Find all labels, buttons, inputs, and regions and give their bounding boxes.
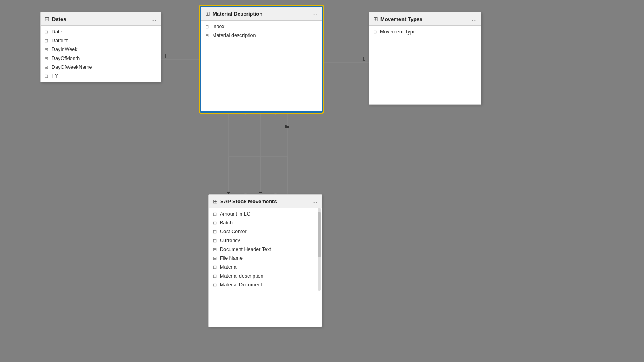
field-name: Document Header Text — [220, 247, 271, 252]
field-icon: ⊟ — [213, 229, 217, 234]
material-description-table-header: ⊞ Material Description ... — [201, 7, 322, 21]
field-icon: ⊟ — [213, 238, 217, 243]
dates-table[interactable]: ⊞ Dates ... ⊟ Date ⊟ DateInt ⊟ DayInWeek… — [40, 12, 161, 82]
svg-marker-15 — [286, 125, 289, 129]
list-item[interactable]: ⊟ Index — [201, 22, 322, 31]
movement-types-table-title: Movement Types — [380, 16, 469, 22]
field-name: Currency — [220, 238, 240, 243]
svg-text:1: 1 — [362, 56, 365, 62]
field-name: File Name — [220, 255, 243, 261]
movement-types-table[interactable]: ⊞ Movement Types ... ⊟ Movement Type — [369, 12, 481, 105]
movement-types-table-header: ⊞ Movement Types ... — [369, 12, 481, 26]
field-name: DayOfWeekName — [52, 64, 92, 70]
field-icon: ⊟ — [45, 47, 48, 52]
list-item[interactable]: ⊟ Currency — [209, 236, 322, 245]
material-description-table-menu[interactable]: ... — [312, 11, 318, 16]
field-name: Material description — [220, 273, 263, 279]
dates-table-body: ⊟ Date ⊟ DateInt ⊟ DayInWeek ⊟ DayOfMont… — [41, 26, 161, 82]
field-icon: ⊟ — [373, 29, 377, 35]
field-icon: ⊟ — [213, 274, 217, 279]
field-icon: ⊟ — [45, 38, 48, 43]
field-icon: ⊟ — [45, 56, 48, 61]
movement-types-table-body: ⊟ Movement Type — [369, 26, 481, 100]
list-item[interactable]: ⊟ Cost Center — [209, 227, 322, 236]
sap-stock-movements-table-menu[interactable]: ... — [312, 198, 318, 204]
field-icon: ⊟ — [213, 265, 217, 270]
field-name: Material — [220, 264, 237, 270]
list-item[interactable]: ⊟ DayInWeek — [41, 45, 161, 54]
list-item[interactable]: ⊟ Material description — [209, 272, 322, 280]
field-icon: ⊟ — [213, 220, 217, 226]
field-name: FY — [52, 73, 58, 79]
field-name: Date — [52, 29, 62, 35]
dates-table-title: Dates — [52, 16, 149, 22]
diagram-canvas: 1 1 — [0, 0, 644, 362]
movement-types-table-icon: ⊞ — [373, 16, 378, 22]
list-item[interactable]: ⊟ Movement Type — [369, 27, 481, 36]
material-description-table-title: Material Description — [213, 11, 310, 17]
field-icon: ⊟ — [213, 247, 217, 252]
list-item[interactable]: ⊟ File Name — [209, 254, 322, 263]
field-name: Movement Type — [380, 29, 416, 35]
field-icon: ⊟ — [213, 212, 217, 217]
material-description-table-icon: ⊞ — [205, 10, 210, 17]
field-name: DayOfMonth — [52, 56, 80, 61]
svg-marker-16 — [285, 125, 289, 128]
field-icon: ⊟ — [205, 24, 209, 29]
field-name: Index — [212, 24, 225, 29]
list-item[interactable]: ⊟ Date — [41, 27, 161, 36]
list-item[interactable]: ⊟ Material description — [201, 31, 322, 40]
material-description-table[interactable]: ⊞ Material Description ... ⊟ Index ⊟ Mat… — [200, 6, 323, 113]
field-name: DateInt — [52, 38, 68, 43]
sap-stock-movements-table-header: ⊞ SAP Stock Movements ... — [209, 195, 322, 208]
list-item[interactable]: ⊟ DayOfWeekName — [41, 63, 161, 72]
list-item[interactable]: ⊟ DayOfMonth — [41, 54, 161, 63]
dates-table-icon: ⊞ — [45, 16, 50, 22]
field-icon: ⊟ — [45, 29, 48, 35]
field-icon: ⊟ — [45, 65, 48, 70]
sap-stock-movements-table[interactable]: ⊞ SAP Stock Movements ... ⊟ Amount in LC… — [208, 194, 322, 327]
field-name: DayInWeek — [52, 47, 77, 52]
field-icon: ⊟ — [213, 256, 217, 261]
sap-stock-movements-table-title: SAP Stock Movements — [220, 198, 310, 204]
field-name: Material description — [212, 33, 256, 38]
field-name: Cost Center — [220, 229, 247, 234]
field-name: Batch — [220, 220, 233, 226]
dates-table-header: ⊞ Dates ... — [41, 12, 161, 26]
list-item[interactable]: ⊟ DateInt — [41, 36, 161, 45]
sap-stock-movements-table-icon: ⊞ — [213, 198, 218, 204]
field-name: Amount in LC — [220, 211, 250, 217]
list-item[interactable]: ⊟ Amount in LC — [209, 210, 322, 218]
list-item[interactable]: ⊟ Material — [209, 263, 322, 272]
material-description-table-body: ⊟ Index ⊟ Material description — [201, 21, 322, 109]
list-item[interactable]: ⊟ Batch — [209, 218, 322, 227]
list-item[interactable]: ⊟ Material Document — [209, 280, 322, 289]
sap-stock-movements-table-body[interactable]: ⊟ Amount in LC ⊟ Batch ⊟ Cost Center ⊟ C… — [209, 208, 322, 291]
list-item[interactable]: ⊟ Document Header Text — [209, 245, 322, 254]
movement-types-table-menu[interactable]: ... — [472, 16, 477, 22]
field-icon: ⊟ — [205, 33, 209, 38]
dates-table-menu[interactable]: ... — [151, 16, 157, 22]
field-name: Material Document — [220, 282, 262, 288]
svg-text:1: 1 — [164, 53, 167, 59]
field-icon: ⊟ — [213, 282, 217, 288]
list-item[interactable]: ⊟ FY — [41, 72, 161, 80]
field-icon: ⊟ — [45, 74, 48, 79]
